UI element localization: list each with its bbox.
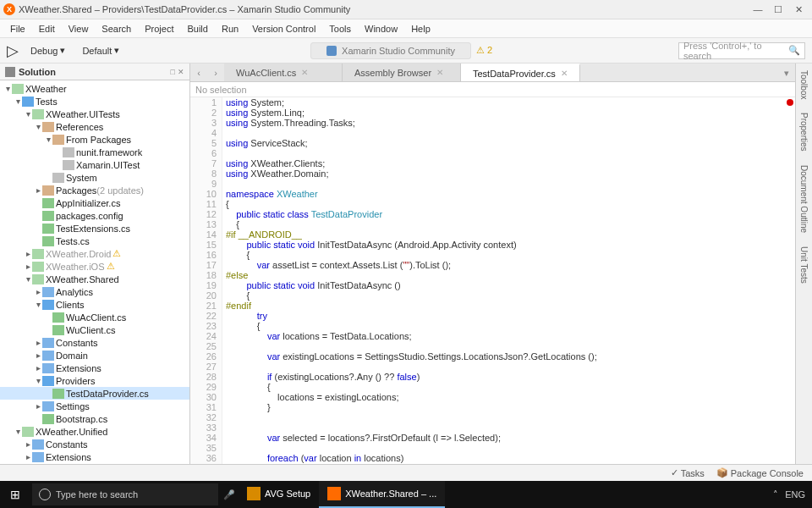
disclosure-icon[interactable]: ▾ [34,376,42,385]
config-debug[interactable]: Debug ▾ [25,43,70,58]
close-tab-icon[interactable]: ✕ [436,68,443,77]
close-tab-icon[interactable]: ✕ [301,68,308,77]
pad-opts-icon[interactable]: □ [171,68,175,76]
disclosure-icon[interactable]: ▾ [14,97,22,106]
tree-item[interactable]: ▸XWeather.iOS⚠ [0,260,189,273]
taskbar-search[interactable]: Type here to search [32,483,218,505]
tree-item[interactable]: ▾XWeather.UITests [0,108,189,120]
tray-chevron-icon[interactable]: ˄ [773,489,778,500]
menu-project[interactable]: Project [138,22,180,36]
disclosure-icon[interactable]: ▸ [34,351,42,360]
solution-tree[interactable]: ▾XWeather▾Tests▾XWeather.UITests▾Referen… [0,80,189,464]
breadcrumb[interactable]: No selection [190,82,795,97]
disclosure-icon[interactable]: ▾ [34,300,42,309]
minimize-button[interactable]: — [748,1,768,18]
tree-item[interactable]: ▾Tests [0,95,189,108]
status-bar: ✓ Tasks 📦 Package Console [0,464,812,481]
menu-version-control[interactable]: Version Control [245,22,322,36]
disclosure-icon[interactable]: ▾ [3,84,12,93]
disclosure-icon[interactable]: ▸ [34,287,42,296]
disclosure-icon[interactable]: ▸ [24,249,32,258]
disclosure-icon[interactable]: ▾ [24,274,32,284]
tree-item[interactable]: ▸Constants [0,336,189,349]
tree-item[interactable]: TestExtensions.cs [0,222,189,235]
tree-item[interactable]: ▾References [0,120,189,133]
tree-item[interactable]: Xamarin.UITest [0,158,189,171]
tree-item[interactable]: Tests.cs [0,235,189,247]
maximize-button[interactable]: ☐ [768,1,788,18]
editor-tab[interactable]: Assembly Browser✕ [343,64,461,81]
menu-help[interactable]: Help [404,22,437,36]
disclosure-icon[interactable]: ▸ [34,185,42,195]
tree-item[interactable]: System [0,171,189,184]
close-tab-icon[interactable]: ✕ [561,69,568,78]
taskbar-app[interactable]: AVG Setup [239,481,319,508]
mic-icon[interactable]: 🎤 [220,489,239,500]
disclosure-icon[interactable]: ▸ [34,338,42,347]
tree-item[interactable]: ▾Clients [0,298,189,311]
menu-view[interactable]: View [62,22,96,36]
code-text[interactable]: using System;using System.Linq;using Sys… [222,97,795,464]
tree-item[interactable]: ▾XWeather [0,82,189,95]
tree-item[interactable]: ▸Packages (2 updates) [0,184,189,196]
disclosure-icon[interactable]: ▸ [24,262,32,271]
right-tab-toolbox[interactable]: Toolbox [798,64,810,106]
nav-back[interactable]: ‹ [190,64,207,81]
menu-window[interactable]: Window [358,22,404,36]
menu-build[interactable]: Build [180,22,214,36]
start-button[interactable]: ⊞ [0,481,30,508]
disclosure-icon[interactable]: ▾ [34,122,42,131]
menubar: FileEditViewSearchProjectBuildRunVersion… [0,19,812,38]
disclosure-icon[interactable]: ▾ [44,135,52,144]
tree-item[interactable]: WuClient.cs [0,323,189,336]
tree-item[interactable]: ▸Extensions [0,362,189,374]
disclosure-icon[interactable]: ▸ [24,439,32,449]
right-tab-document-outline[interactable]: Document Outline [798,158,810,240]
tree-item[interactable]: Bootstrap.cs [0,412,189,425]
tree-item[interactable]: ▸Settings [0,400,189,412]
nav-fwd[interactable]: › [207,64,224,81]
disclosure-icon[interactable]: ▸ [34,401,42,411]
tray-lang[interactable]: ENG [785,489,805,500]
close-button[interactable]: ✕ [788,1,809,18]
tree-item[interactable]: ▾XWeather.Shared [0,273,189,285]
tasks-pad-button[interactable]: ✓ Tasks [671,467,705,478]
tree-item[interactable]: ▸Domain [0,349,189,362]
tree-item[interactable]: WuAcClient.cs [0,311,189,323]
editor-tab[interactable]: WuAcClient.cs✕ [224,64,343,81]
disclosure-icon[interactable]: ▾ [24,109,32,119]
tree-item[interactable]: ▸Constants [0,438,189,450]
disclosure-icon[interactable]: ▸ [24,452,32,461]
tree-item[interactable]: ▸XWeather.Droid⚠ [0,247,189,260]
tree-item[interactable]: ▸Extensions [0,450,189,463]
system-tray[interactable]: ˄ ENG [766,489,812,500]
menu-search[interactable]: Search [95,22,138,36]
disclosure-icon[interactable]: ▸ [34,363,42,373]
warning-icon: ⚠ [107,261,115,272]
menu-tools[interactable]: Tools [322,22,358,36]
config-platform[interactable]: Default ▾ [77,43,124,58]
pad-close-icon[interactable]: ✕ [178,68,184,76]
right-tab-properties[interactable]: Properties [798,106,810,158]
tree-item[interactable]: ▾XWeather.Unified [0,425,189,438]
code-editor[interactable]: 1234567891011121314151617181920212223242… [190,97,795,464]
global-search[interactable]: Press 'Control+,' to search 🔍 [678,42,805,59]
tree-item[interactable]: packages.config [0,209,189,222]
taskbar-app[interactable]: XWeather.Shared – ... [319,481,445,508]
tree-item[interactable]: ▾Providers [0,374,189,387]
disclosure-icon[interactable]: ▾ [14,427,22,436]
menu-run[interactable]: Run [215,22,245,36]
menu-file[interactable]: File [3,22,32,36]
warnings-badge[interactable]: ⚠ 2 [476,45,492,56]
run-button[interactable]: ▷ [7,41,19,60]
tree-item[interactable]: nunit.framework [0,146,189,158]
package-console-button[interactable]: 📦 Package Console [716,467,804,478]
tree-item[interactable]: TestDataProvider.cs [0,387,189,400]
menu-edit[interactable]: Edit [32,22,62,36]
tab-dropdown-icon[interactable]: ▾ [778,64,795,81]
right-tab-unit-tests[interactable]: Unit Tests [798,240,810,290]
tree-item[interactable]: ▾From Packages [0,133,189,146]
tree-item[interactable]: ▸Analytics [0,285,189,298]
tree-item[interactable]: AppInitializer.cs [0,196,189,209]
editor-tab[interactable]: TestDataProvider.cs✕ [461,64,580,81]
